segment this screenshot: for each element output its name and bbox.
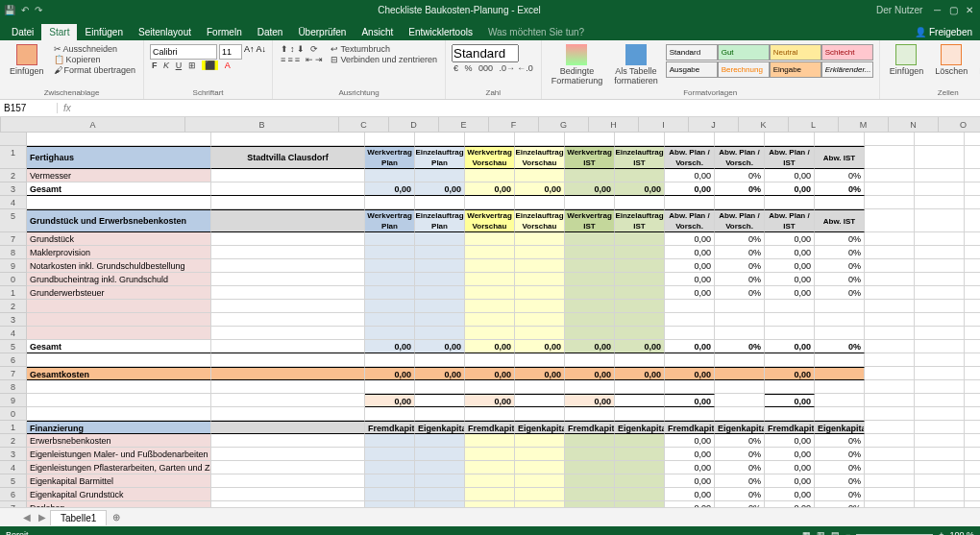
- table-row[interactable]: 2Erwerbsnebenkosten0,000%0,000%: [0, 434, 980, 448]
- delete-cells-button[interactable]: Löschen: [931, 44, 971, 77]
- align-bottom-icon[interactable]: ⬇: [297, 44, 305, 54]
- tab-daten[interactable]: Daten: [250, 24, 291, 40]
- tab-entwicklertools[interactable]: Entwicklertools: [401, 24, 480, 40]
- align-right-icon[interactable]: ≡: [295, 55, 300, 64]
- wrap-text-button[interactable]: ↩Textumbruch: [329, 44, 439, 54]
- border-icon[interactable]: ⊞: [188, 61, 196, 70]
- sheet-tab[interactable]: Tabelle1: [50, 510, 107, 525]
- table-row[interactable]: 2Vermesser0,000%0,000%: [0, 169, 980, 182]
- zoom-out-icon[interactable]: −: [845, 530, 850, 535]
- comma-icon[interactable]: 000: [478, 63, 493, 73]
- shrink-font-icon[interactable]: A↓: [257, 44, 267, 60]
- style-eingabe[interactable]: Eingabe: [770, 61, 821, 78]
- name-box[interactable]: [0, 103, 58, 113]
- style-schlecht[interactable]: Schlecht: [821, 44, 873, 61]
- col-header[interactable]: N: [889, 117, 939, 132]
- formula-input[interactable]: [77, 103, 980, 113]
- inc-decimal-icon[interactable]: .0→: [500, 63, 516, 73]
- col-header[interactable]: G: [539, 117, 589, 132]
- font-color-icon[interactable]: A: [225, 61, 231, 70]
- col-header[interactable]: C: [339, 117, 389, 132]
- tab-tellme[interactable]: Was möchten Sie tun?: [480, 24, 592, 40]
- col-header[interactable]: H: [589, 117, 639, 132]
- copy-button[interactable]: 📋Kopieren: [52, 55, 138, 64]
- table-row[interactable]: 5Eigenkapital Barmittel0,000%0,000%: [0, 474, 980, 488]
- cut-button[interactable]: ✂Ausschneiden: [52, 44, 138, 54]
- style-ausgabe[interactable]: Ausgabe: [666, 61, 718, 78]
- view-normal-icon[interactable]: ▦: [802, 530, 811, 535]
- section-header-row[interactable]: 5 Grundstück und Erwerbsnebenkosten Werk…: [0, 209, 980, 232]
- dec-decimal-icon[interactable]: ←.0: [517, 63, 533, 73]
- italic-button[interactable]: K: [163, 61, 169, 70]
- tab-seitenlayout[interactable]: Seitenlayout: [131, 24, 199, 40]
- col-header[interactable]: O: [939, 117, 980, 132]
- col-header[interactable]: B: [185, 117, 339, 132]
- zoom-in-icon[interactable]: +: [939, 530, 943, 535]
- table-row[interactable]: 4: [0, 327, 980, 340]
- table-row[interactable]: 7Grundstück0,000%0,000%: [0, 232, 980, 246]
- minimize-icon[interactable]: ─: [930, 5, 943, 15]
- save-icon[interactable]: 💾: [4, 5, 15, 15]
- style-standard[interactable]: Standard: [666, 44, 718, 61]
- col-header[interactable]: E: [439, 117, 489, 132]
- style-erkl[interactable]: Erklärender...: [821, 61, 873, 78]
- table-row[interactable]: 4Eigenleistungen Pflasterarbeiten, Garte…: [0, 461, 980, 474]
- table-row[interactable]: 2: [0, 300, 980, 313]
- merge-button[interactable]: ⊟Verbinden und zentrieren: [329, 55, 439, 64]
- align-center-icon[interactable]: ≡: [287, 55, 292, 64]
- total-row[interactable]: 7Gesamtkosten0,000,000,000,000,000,000,0…: [0, 367, 980, 380]
- table-row[interactable]: 3Eigenleistungen Maler- und Fußbodenarbe…: [0, 448, 980, 461]
- fx-icon[interactable]: fx: [58, 103, 77, 113]
- table-row[interactable]: 6: [0, 353, 980, 367]
- style-neutral[interactable]: Neutral: [770, 44, 821, 61]
- spreadsheet-grid[interactable]: 1 Fertighaus Stadtvilla Clausdorf Werkve…: [0, 133, 980, 507]
- table-row[interactable]: 5Gesamt0,000,000,000,000,000,000,000%0,0…: [0, 340, 980, 353]
- table-row[interactable]: 9Notarkosten inkl. Grundschuldbestellung…: [0, 259, 980, 273]
- col-header[interactable]: D: [389, 117, 439, 132]
- col-header[interactable]: J: [689, 117, 739, 132]
- new-sheet-button[interactable]: ⊕: [107, 510, 126, 524]
- indent-increase-icon[interactable]: ⇥: [315, 55, 323, 64]
- zoom-level[interactable]: 100 %: [949, 530, 974, 535]
- table-row[interactable]: 7Darlehen0,000%0,000%: [0, 501, 980, 507]
- maximize-icon[interactable]: ▢: [946, 5, 960, 15]
- sheet-nav-prev-icon[interactable]: ◀: [19, 512, 35, 523]
- col-header[interactable]: M: [839, 117, 889, 132]
- table-row[interactable]: 3Gesamt0,000,000,000,000,000,000,000%0,0…: [0, 182, 980, 196]
- tab-ueberpruefen[interactable]: Überprüfen: [290, 24, 354, 40]
- view-layout-icon[interactable]: ▥: [817, 530, 825, 535]
- redo-icon[interactable]: ↷: [35, 5, 42, 15]
- underline-button[interactable]: U: [176, 61, 183, 70]
- table-row[interactable]: 0Grundbucheintrag inkl. Grundschuld0,000…: [0, 273, 980, 286]
- orientation-icon[interactable]: ⟳: [310, 44, 318, 54]
- tab-formeln[interactable]: Formeln: [199, 24, 250, 40]
- table-row[interactable]: 8: [0, 380, 980, 394]
- tab-einfuegen[interactable]: Einfügen: [77, 24, 130, 40]
- currency-icon[interactable]: €: [453, 63, 458, 73]
- close-icon[interactable]: ✕: [963, 5, 976, 15]
- col-header[interactable]: K: [739, 117, 789, 132]
- tab-start[interactable]: Start: [41, 24, 77, 40]
- fill-color-icon[interactable]: ⬛: [202, 61, 218, 70]
- align-left-icon[interactable]: ≡: [281, 55, 285, 64]
- table-row[interactable]: 0: [0, 407, 980, 421]
- table-row[interactable]: 6Eigenkapital Grundstück0,000%0,000%: [0, 488, 980, 501]
- table-row[interactable]: 1Grunderwerbsteuer0,000%0,000%: [0, 286, 980, 300]
- grow-font-icon[interactable]: A↑: [244, 44, 255, 60]
- col-header[interactable]: A: [1, 117, 185, 132]
- conditional-formatting-button[interactable]: Bedingte Formatierung: [548, 44, 607, 86]
- paste-button[interactable]: Einfügen: [6, 44, 48, 77]
- style-gut[interactable]: Gut: [718, 44, 770, 61]
- font-size-input[interactable]: [219, 44, 242, 60]
- format-as-table-button[interactable]: Als Tabelle formatieren: [610, 44, 662, 86]
- share-button[interactable]: 👤Freigeben: [907, 24, 980, 40]
- number-format-input[interactable]: [452, 44, 519, 62]
- format-painter-button[interactable]: 🖌Format übertragen: [52, 65, 138, 75]
- table-row[interactable]: 8Maklerprovision0,000%0,000%: [0, 246, 980, 259]
- col-header[interactable]: I: [639, 117, 689, 132]
- align-top-icon[interactable]: ⬆: [281, 44, 288, 54]
- insert-cells-button[interactable]: Einfügen: [886, 44, 928, 77]
- undo-icon[interactable]: ↶: [21, 5, 29, 15]
- tab-ansicht[interactable]: Ansicht: [354, 24, 401, 40]
- col-header[interactable]: L: [789, 117, 839, 132]
